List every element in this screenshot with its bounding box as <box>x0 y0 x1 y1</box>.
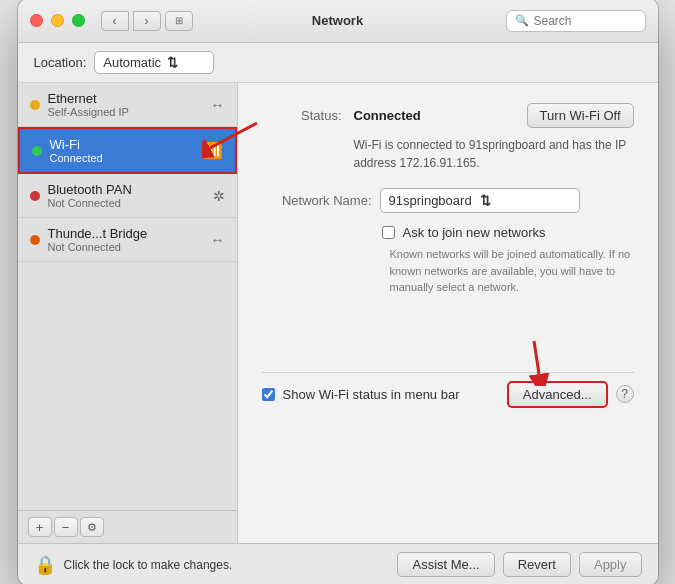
show-wifi-row: Show Wi-Fi status in menu bar Advanced..… <box>262 372 634 416</box>
titlebar: ‹ › ⊞ Network 🔍 <box>18 0 658 43</box>
add-network-button[interactable]: + <box>28 517 52 537</box>
network-name-arrows-icon: ⇅ <box>480 193 571 208</box>
apply-button[interactable]: Apply <box>579 552 642 577</box>
network-info-ethernet: Ethernet Self-Assigned IP <box>48 91 203 118</box>
search-box[interactable]: 🔍 <box>506 10 646 32</box>
network-name-select[interactable]: 91springboard ⇅ <box>380 188 580 213</box>
status-dot-bluetooth <box>30 191 40 201</box>
network-status-ethernet: Self-Assigned IP <box>48 106 203 118</box>
spacer <box>262 312 634 372</box>
ask-join-description: Known networks will be joined automatica… <box>390 246 634 296</box>
status-field-label: Status: <box>262 108 342 123</box>
back-button[interactable]: ‹ <box>101 11 129 31</box>
show-wifi-checkbox[interactable] <box>262 388 275 401</box>
sidebar-item-thunderbolt[interactable]: Thunde...t Bridge Not Connected ↔ <box>18 218 237 262</box>
location-label: Location: <box>34 55 87 70</box>
svg-line-1 <box>210 123 257 148</box>
bluetooth-icon: ✲ <box>213 188 225 204</box>
svg-line-3 <box>534 341 539 374</box>
window-actions: Assist Me... Revert Apply <box>397 552 641 577</box>
sidebar-item-bluetooth[interactable]: Bluetooth PAN Not Connected ✲ <box>18 174 237 218</box>
network-status-thunderbolt: Not Connected <box>48 241 203 253</box>
network-status-bluetooth: Not Connected <box>48 197 205 209</box>
search-icon: 🔍 <box>515 14 529 27</box>
location-select[interactable]: Automatic ⇅ <box>94 51 214 74</box>
ask-join-row: Ask to join new networks <box>382 225 634 240</box>
forward-button[interactable]: › <box>133 11 161 31</box>
location-arrows-icon: ⇅ <box>167 55 205 70</box>
thunderbolt-icon: ↔ <box>211 232 225 248</box>
minimize-button[interactable] <box>51 14 64 27</box>
help-button[interactable]: ? <box>616 385 634 403</box>
network-name-ethernet: Ethernet <box>48 91 203 106</box>
nav-buttons: ‹ › <box>101 11 161 31</box>
network-name-select-value: 91springboard <box>389 193 480 208</box>
status-dot-wifi <box>32 146 42 156</box>
grid-button[interactable]: ⊞ <box>165 11 193 31</box>
window-title: Network <box>312 13 363 28</box>
detail-pane: Status: Connected Turn Wi-Fi Off Wi-Fi i… <box>238 83 658 543</box>
main-content: Ethernet Self-Assigned IP ↔ Wi-Fi Connec… <box>18 83 658 543</box>
status-row: Status: Connected Turn Wi-Fi Off <box>262 103 634 128</box>
ethernet-icon: ↔ <box>211 97 225 113</box>
location-value: Automatic <box>103 55 161 70</box>
network-window: ‹ › ⊞ Network 🔍 Location: Automatic ⇅ Et… <box>18 0 658 584</box>
network-status-wifi: Connected <box>50 152 195 164</box>
show-wifi-label: Show Wi-Fi status in menu bar <box>283 387 460 402</box>
sidebar-toolbar: + − ⚙ <box>18 510 237 543</box>
network-name-wifi: Wi-Fi <box>50 137 195 152</box>
ask-join-checkbox[interactable] <box>382 226 395 239</box>
location-bar: Location: Automatic ⇅ <box>18 43 658 83</box>
ask-join-label: Ask to join new networks <box>403 225 546 240</box>
network-name-field-label: Network Name: <box>262 193 372 208</box>
status-dot-ethernet <box>30 100 40 110</box>
revert-button[interactable]: Revert <box>503 552 571 577</box>
assist-me-button[interactable]: Assist Me... <box>397 552 494 577</box>
status-dot-thunderbolt <box>30 235 40 245</box>
network-name-thunderbolt: Thunde...t Bridge <box>48 226 203 241</box>
remove-network-button[interactable]: − <box>54 517 78 537</box>
network-info-wifi: Wi-Fi Connected <box>50 137 195 164</box>
network-name-bluetooth: Bluetooth PAN <box>48 182 205 197</box>
red-arrow-advanced <box>514 336 564 386</box>
status-description: Wi-Fi is connected to 91springboard and … <box>354 136 634 172</box>
lock-text: Click the lock to make changes. <box>64 558 233 572</box>
status-value: Connected <box>354 108 421 123</box>
close-button[interactable] <box>30 14 43 27</box>
turn-wifi-off-button[interactable]: Turn Wi-Fi Off <box>527 103 634 128</box>
window-bottom-bar: 🔒 Click the lock to make changes. Assist… <box>18 543 658 584</box>
network-name-row: Network Name: 91springboard ⇅ <box>262 188 634 213</box>
detail-inner: Status: Connected Turn Wi-Fi Off Wi-Fi i… <box>262 103 634 416</box>
red-arrow-wifi <box>202 113 262 163</box>
network-info-bluetooth: Bluetooth PAN Not Connected <box>48 182 205 209</box>
search-input[interactable] <box>534 14 637 28</box>
maximize-button[interactable] <box>72 14 85 27</box>
network-settings-button[interactable]: ⚙ <box>80 517 104 537</box>
lock-icon[interactable]: 🔒 <box>34 554 56 576</box>
traffic-lights <box>30 14 85 27</box>
network-info-thunderbolt: Thunde...t Bridge Not Connected <box>48 226 203 253</box>
